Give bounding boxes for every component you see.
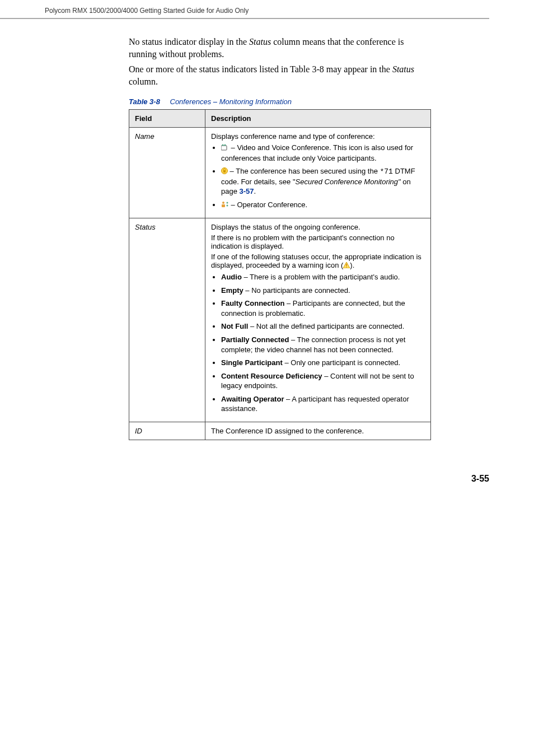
- svg-rect-10: [346, 264, 347, 266]
- svg-rect-6: [222, 204, 225, 207]
- running-header: Polycom RMX 1500/2000/4000 Getting Start…: [0, 0, 489, 19]
- field-status-description: Displays the status of the ongoing confe…: [205, 218, 431, 422]
- operator-conference-icon: [221, 200, 229, 211]
- page-number: 3-55: [45, 474, 489, 484]
- col-header-description: Description: [205, 110, 431, 128]
- field-name: Name: [129, 128, 205, 218]
- table-caption: Table 3-8 Conferences – Monitoring Infor…: [129, 97, 431, 106]
- list-item: Faulty Connection – Participants are con…: [221, 298, 425, 318]
- svg-rect-4: [223, 170, 226, 172]
- table-row: Name Displays conference name and type o…: [129, 128, 431, 218]
- list-item: – Operator Conference.: [221, 200, 425, 210]
- svg-point-8: [227, 204, 228, 206]
- svg-point-7: [227, 202, 228, 203]
- field-status: Status: [129, 218, 205, 422]
- monitoring-table: Field Description Name Displays conferen…: [129, 109, 431, 440]
- table-caption-label: Table 3-8: [129, 97, 160, 106]
- video-voice-conference-icon: [221, 143, 229, 153]
- page-body: No status indicator display in the Statu…: [0, 36, 534, 517]
- list-item: Partially Connected – The connection pro…: [221, 335, 425, 354]
- svg-point-5: [222, 202, 224, 204]
- svg-rect-11: [346, 267, 347, 267]
- intro-paragraph-1: No status indicator display in the Statu…: [129, 36, 431, 60]
- field-id-description: The Conference ID assigned to the confer…: [205, 422, 431, 440]
- list-item: Content Resource Deficiency – Content wi…: [221, 371, 425, 391]
- table-row: Status Displays the status of the ongoin…: [129, 218, 431, 422]
- page-link[interactable]: 3-57: [240, 187, 254, 195]
- col-header-field: Field: [129, 110, 205, 128]
- secured-conference-icon: [221, 167, 228, 177]
- field-name-description: Displays conference name and type of con…: [205, 128, 431, 218]
- list-item: Not Full – Not all the defined participa…: [221, 321, 425, 332]
- list-item: Awaiting Operator – A participant has re…: [221, 394, 425, 414]
- table-row: ID The Conference ID assigned to the con…: [129, 422, 431, 440]
- intro-paragraph-2: One or more of the status indicators lis…: [129, 63, 431, 87]
- table-header-row: Field Description: [129, 110, 431, 128]
- svg-point-2: [224, 144, 226, 146]
- list-item: Audio – There is a problem with the part…: [221, 272, 425, 282]
- warning-icon: [343, 262, 350, 270]
- list-item: – The conference has been secured using …: [221, 166, 425, 197]
- svg-point-1: [222, 144, 224, 146]
- running-header-text: Polycom RMX 1500/2000/4000 Getting Start…: [45, 7, 249, 15]
- field-id: ID: [129, 422, 205, 440]
- list-item: Single Participant – Only one participan…: [221, 358, 425, 368]
- list-item: – Video and Voice Conference. This icon …: [221, 143, 425, 163]
- table-caption-text: Conferences – Monitoring Information: [170, 97, 292, 106]
- list-item: Empty – No participants are connected.: [221, 286, 425, 296]
- svg-rect-0: [221, 146, 227, 150]
